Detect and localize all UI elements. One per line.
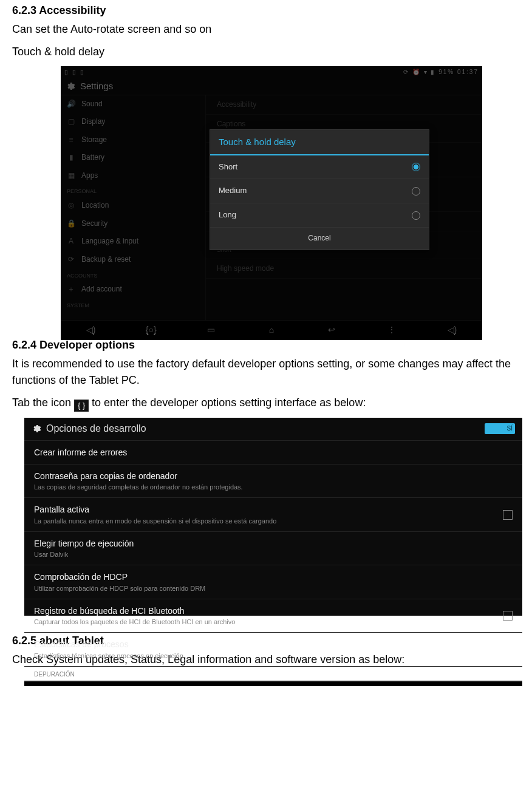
radio-short-selected-icon xyxy=(412,163,420,171)
dialog-cancel-button[interactable]: Cancel xyxy=(210,228,429,250)
para-623a: Can set the Auto-rotate screen and so on xyxy=(12,21,520,38)
dev-header: Opciones de desarrollo SÍ xyxy=(24,418,522,441)
para-624a: It is recommended to use the factory def… xyxy=(12,356,520,389)
dev-item-stay-awake[interactable]: Pantalla activa La pantalla nunca entra … xyxy=(24,498,522,531)
checkbox-icon xyxy=(503,510,513,520)
heading-623: 6.2.3 Accessibility xyxy=(12,2,520,19)
gear-icon xyxy=(32,424,41,434)
radio-medium-icon xyxy=(412,187,420,196)
nav-bar-2: ◁) {○} ▭ ⌂ ↩ ⋮ ◁) xyxy=(24,681,522,686)
radio-long-icon xyxy=(412,211,420,220)
dev-item-hdcp[interactable]: Comprobación de HDCP Utilizar comprobaci… xyxy=(24,565,522,599)
dialog-option-short[interactable]: Short xyxy=(210,155,429,180)
checkbox-icon xyxy=(503,611,513,621)
dev-item-runtime[interactable]: Elegir tiempo de ejecución Usar Dalvik xyxy=(24,532,522,565)
dev-title: Opciones de desarrollo xyxy=(46,423,146,435)
para-623b: Touch & hold delay xyxy=(12,44,520,60)
touch-hold-delay-dialog: Touch & hold delay Short Medium Long Can… xyxy=(210,129,429,250)
dev-item-bt-hci[interactable]: Registro de búsqueda de HCI Bluetooth Ca… xyxy=(24,599,522,633)
para-624b: Tab the icon { } to enter the developer … xyxy=(12,395,520,412)
dialog-title: Touch & hold delay xyxy=(210,130,429,155)
document-page: 6.2.3 Accessibility Can set the Auto-rot… xyxy=(0,2,532,686)
dev-item-backup-pw[interactable]: Contraseña para copias de ordenador Las … xyxy=(24,465,522,498)
dev-item-proc-stats[interactable]: Estadísticas de procesos Estadísticas té… xyxy=(24,633,522,666)
switch-on-label: SÍ xyxy=(485,423,515,434)
dev-switch[interactable]: SÍ xyxy=(485,423,515,434)
settings-body: 🔊Sound ▢Display ≡Storage ▮Battery ▦Apps … xyxy=(61,95,482,320)
dev-item-bugreport[interactable]: Crear informe de errores xyxy=(24,441,522,465)
dialog-option-long[interactable]: Long xyxy=(210,203,429,228)
dev-options-icon: { } xyxy=(74,400,89,412)
dev-item-depuracion: DEPURACIÓN xyxy=(24,667,522,681)
screenshot-accessibility-dialog: ▯ ▯ ▯ ⟳ ⏰ ▾ ▮ 91% 01:37 Settings 🔊Sound … xyxy=(61,66,482,333)
dev-list: Crear informe de errores Contraseña para… xyxy=(24,441,522,681)
dialog-option-medium[interactable]: Medium xyxy=(210,179,429,203)
screenshot-dev-options: Opciones de desarrollo SÍ Crear informe … xyxy=(24,418,522,616)
